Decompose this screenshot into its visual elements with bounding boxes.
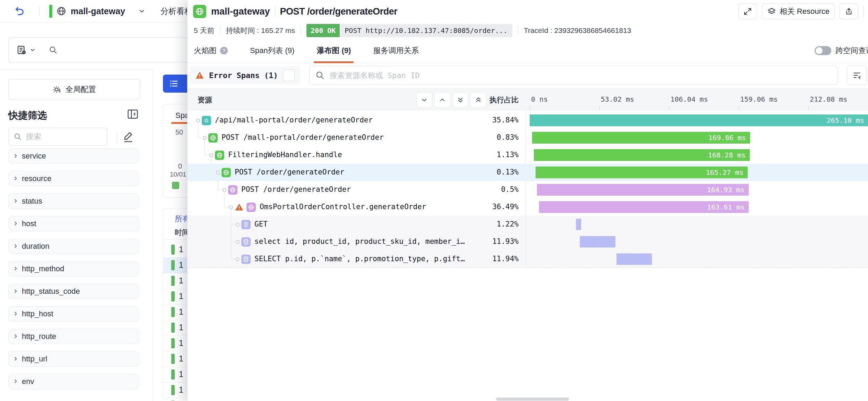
filter-search-box[interactable] [8, 128, 107, 146]
cross-space-toggle[interactable] [815, 46, 831, 55]
url-badge: POST http://10.182.137.47:8085/order... [340, 24, 512, 37]
step-up-button[interactable] [434, 92, 450, 108]
horizontal-scrollbar-thumb[interactable] [496, 398, 569, 401]
status-color-bar [171, 385, 175, 395]
error-spans-checkbox[interactable] [283, 69, 295, 81]
span-percent: 0.5% [501, 185, 519, 194]
tab-span-list[interactable]: Span列表 (9) [250, 38, 294, 63]
waterfall-row[interactable]: OmsPortalOrderController.generateOrder36… [188, 198, 868, 216]
sidebar-filter-http_url[interactable]: ›http_url [8, 351, 139, 367]
sidebar-filter-http_route[interactable]: ›http_route [8, 329, 139, 344]
display-options-button[interactable] [847, 66, 867, 85]
span-duration-bar[interactable] [616, 253, 652, 265]
tree-node-circle[interactable] [236, 257, 240, 261]
span-search-box[interactable] [309, 66, 838, 85]
back-button[interactable] [14, 0, 25, 22]
status-color-bar [171, 338, 175, 348]
sidebar-filter-env[interactable]: ›env [8, 374, 139, 389]
database-icon [241, 255, 251, 264]
tree-node-circle[interactable] [223, 188, 226, 192]
waterfall-row[interactable]: select id, product_id, product_sku_id, m… [188, 233, 868, 250]
expand-collapse-controls [416, 92, 486, 108]
span-duration-bar[interactable]: 163.61 ms [539, 201, 749, 213]
sidebar-filter-host[interactable]: ›host [8, 216, 139, 231]
step-down-button[interactable] [416, 92, 432, 108]
tree-node-circle[interactable] [209, 153, 213, 157]
span-time-text: 1 [179, 385, 183, 395]
status-color-bar [171, 307, 175, 317]
span-resource-label: FilteringWebHandler.handle [228, 151, 342, 159]
span-percent: 35.84% [492, 116, 519, 124]
tree-node-circle[interactable] [196, 119, 200, 122]
saved-views-button[interactable] [8, 37, 44, 62]
sidebar-filter-resource[interactable]: ›resource [8, 171, 139, 186]
edit-filters-button[interactable] [122, 130, 134, 144]
filter-label: resource [22, 174, 52, 183]
expand-button[interactable] [738, 3, 757, 19]
sidebar-filter-http_method[interactable]: ›http_method [8, 261, 139, 276]
waterfall-row[interactable]: POST /mall-portal/order/generateOrder0.8… [188, 129, 868, 146]
sidebar-filter-service[interactable]: ›service [8, 148, 139, 164]
filter-search-input[interactable] [25, 132, 93, 142]
service-color-accent [49, 5, 52, 18]
related-resource-button[interactable]: 相关 Resource [762, 3, 835, 19]
waterfall-row[interactable]: POST /order/generateOrder0.13%165.27 ms [188, 164, 868, 181]
chevron-right-icon: › [14, 151, 17, 160]
sidebar-filter-status[interactable]: ›status [8, 194, 139, 209]
sidebar-filter-http_status_code[interactable]: ›http_status_code [8, 284, 139, 299]
collapse-all-button[interactable] [470, 92, 486, 108]
span-duration-bar[interactable]: 168.28 ms [534, 149, 750, 161]
span-duration-bar[interactable] [580, 236, 616, 248]
filter-label: http_url [22, 355, 47, 364]
waterfall-controls: Error Spans (1) [188, 66, 868, 85]
search-icon [315, 70, 325, 80]
span-percent: 1.13% [497, 151, 519, 159]
span-time-text: 1 [179, 370, 183, 379]
global-config-button[interactable]: 全局配置 [8, 79, 140, 100]
divider [0, 69, 153, 70]
search-icon [49, 45, 58, 54]
waterfall-table-header: 资源 执行占比 0 ns53.02 ms106.04 ms159.06 ms21… [188, 88, 868, 110]
span-duration-bar[interactable]: 265.10 ms [530, 114, 868, 126]
menu-item-dashboard[interactable]: 分析看板 [160, 0, 188, 22]
tab-waterfall[interactable]: 瀑布图 (9) [316, 38, 351, 63]
share-button[interactable] [840, 3, 858, 19]
global-search-box[interactable] [43, 37, 194, 62]
waterfall-row[interactable]: FilteringWebHandler.handle1.13%168.28 ms [188, 146, 868, 164]
expand-all-button[interactable] [452, 92, 468, 108]
sidebar-filter-http_host[interactable]: ›http_host [8, 306, 139, 322]
status-color-bar [171, 369, 175, 379]
service-selector[interactable]: mall-gateway [71, 0, 125, 22]
service-selector-label: mall-gateway [71, 6, 125, 16]
timeline-tick-mark [739, 106, 739, 110]
sidebar-filter-duration[interactable]: ›duration [8, 239, 139, 254]
span-time-text: 1 [179, 339, 183, 348]
topbar-divider [39, 7, 40, 16]
waterfall-row[interactable]: /api/mall-portal/order/generateOrder35.8… [188, 112, 868, 129]
waterfall-row[interactable]: GET1.22% [188, 216, 868, 233]
span-duration-bar[interactable]: 169.86 ms [532, 132, 750, 144]
tab-flame-graph[interactable]: 火焰图? [194, 38, 228, 63]
tree-node-circle[interactable] [216, 171, 220, 174]
left-topbar: mall-gateway 分析看板 [0, 0, 194, 23]
span-duration-bar[interactable] [576, 219, 581, 230]
global-search-input[interactable] [61, 45, 194, 55]
tab-label: 服务调用关系 [373, 45, 419, 56]
filter-label: env [22, 377, 34, 386]
waterfall-row[interactable]: POST /order/generateOrder0.5%164.93 ms [188, 181, 868, 198]
span-duration-bar[interactable]: 164.93 ms [537, 184, 748, 196]
tree-node-circle[interactable] [236, 240, 240, 244]
app-root: mall-gateway 分析看板 全局配置 快捷筛选 [0, 0, 868, 401]
span-search-input[interactable] [329, 71, 837, 80]
collapse-sidebar-button[interactable] [126, 108, 139, 121]
tree-node-circle[interactable] [229, 205, 233, 209]
span-duration-bar[interactable]: 165.27 ms [536, 167, 747, 178]
status-badge: 200 OK [306, 24, 340, 37]
tree-node-circle[interactable] [236, 223, 240, 227]
waterfall-row[interactable]: SELECT p.id, p.`name`, p.promotion_type,… [188, 250, 868, 268]
span-percent: 1.22% [497, 220, 519, 228]
tree-node-circle[interactable] [203, 136, 207, 140]
tab-service-map[interactable]: 服务调用关系 [373, 38, 419, 63]
help-icon[interactable]: ? [220, 47, 228, 54]
chevron-down-icon[interactable] [138, 0, 146, 22]
